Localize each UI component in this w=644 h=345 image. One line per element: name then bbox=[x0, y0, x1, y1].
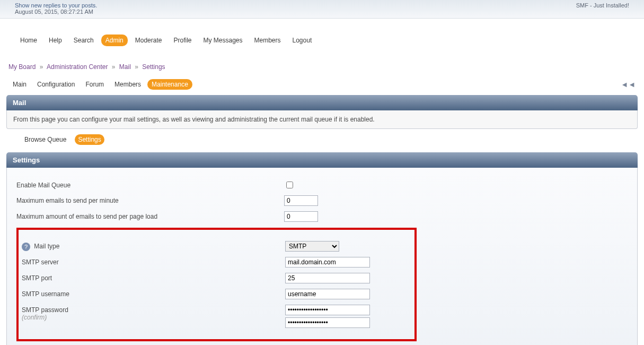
select-mail-type[interactable]: SMTP bbox=[285, 241, 339, 252]
nav-help[interactable]: Help bbox=[45, 34, 66, 46]
crumb-settings[interactable]: Settings bbox=[142, 63, 165, 71]
tab-settings[interactable]: Settings bbox=[75, 134, 104, 145]
nav-admin[interactable]: Admin bbox=[101, 34, 128, 46]
input-smtp-port[interactable] bbox=[285, 273, 370, 283]
input-max-per-minute[interactable] bbox=[284, 195, 318, 206]
label-mail-type: Mail type bbox=[34, 243, 59, 250]
row-smtp-port: SMTP port bbox=[22, 270, 411, 286]
smtp-highlight-box: ? Mail type SMTP SMTP server SMTP port S… bbox=[16, 228, 417, 341]
tab-maintenance[interactable]: Maintenance bbox=[147, 79, 192, 90]
nav-moderate[interactable]: Moderate bbox=[131, 34, 166, 46]
label-smtp-server: SMTP server bbox=[22, 257, 285, 266]
crumb-board[interactable]: My Board bbox=[8, 63, 36, 71]
tab-configuration[interactable]: Configuration bbox=[33, 79, 79, 90]
input-smtp-server[interactable] bbox=[285, 257, 370, 268]
main-menu-bar: Home Help Search Admin Moderate Profile … bbox=[6, 19, 638, 53]
label-smtp-username: SMTP username bbox=[22, 289, 285, 298]
help-icon[interactable]: ? bbox=[22, 243, 30, 251]
mail-section-header: Mail bbox=[6, 95, 638, 110]
collapse-icon[interactable]: ◄◄ bbox=[621, 80, 636, 89]
admin-subtabs: Main Configuration Forum Members Mainten… bbox=[6, 76, 638, 95]
label-confirm: (confirm) bbox=[22, 314, 47, 321]
settings-panel: Enable Mail Queue Maximum emails to send… bbox=[6, 168, 638, 345]
input-smtp-password[interactable] bbox=[285, 305, 370, 315]
row-mail-type: ? Mail type SMTP bbox=[22, 238, 411, 254]
nav-home[interactable]: Home bbox=[16, 34, 41, 46]
current-datetime: August 05, 2015, 08:27:21 AM bbox=[15, 8, 93, 15]
nav-search[interactable]: Search bbox=[69, 34, 98, 46]
label-max-per-page: Maximum amount of emails to send per pag… bbox=[16, 211, 284, 220]
tab-main[interactable]: Main bbox=[8, 79, 31, 90]
input-max-per-page[interactable] bbox=[284, 211, 318, 222]
nav-members[interactable]: Members bbox=[250, 34, 285, 46]
tab-browse-queue[interactable]: Browse Queue bbox=[21, 134, 69, 145]
top-bar: Show new replies to your posts. August 0… bbox=[0, 0, 644, 19]
nav-logout[interactable]: Logout bbox=[288, 34, 316, 46]
mail-inner-tabs: Browse Queue Settings bbox=[6, 129, 638, 152]
row-smtp-username: SMTP username bbox=[22, 286, 411, 302]
settings-section-header: Settings bbox=[6, 152, 638, 168]
new-replies-link[interactable]: Show new replies to your posts. bbox=[15, 2, 97, 8]
row-enable-queue: Enable Mail Queue bbox=[16, 177, 628, 193]
tab-forum[interactable]: Forum bbox=[81, 79, 108, 90]
mail-section-description: From this page you can configure your ma… bbox=[6, 110, 638, 129]
crumb-admin[interactable]: Administration Center bbox=[47, 63, 108, 71]
row-max-per-minute: Maximum emails to send per minute bbox=[16, 193, 628, 209]
input-smtp-username[interactable] bbox=[285, 289, 370, 299]
row-max-per-page: Maximum amount of emails to send per pag… bbox=[16, 209, 628, 225]
row-smtp-password: SMTP password (confirm) bbox=[22, 302, 411, 331]
label-smtp-password: SMTP password bbox=[22, 306, 68, 314]
label-smtp-port: SMTP port bbox=[22, 273, 285, 282]
nav-messages[interactable]: My Messages bbox=[199, 34, 246, 46]
breadcrumb: My Board » Administration Center » Mail … bbox=[6, 53, 638, 76]
tab-members[interactable]: Members bbox=[110, 79, 145, 90]
label-enable-queue: Enable Mail Queue bbox=[16, 180, 284, 189]
row-smtp-server: SMTP server bbox=[22, 254, 411, 270]
crumb-mail[interactable]: Mail bbox=[119, 63, 131, 71]
install-note: SMF - Just Installed! bbox=[576, 2, 629, 8]
input-smtp-password-confirm[interactable] bbox=[285, 317, 370, 328]
checkbox-enable-queue[interactable] bbox=[286, 182, 293, 188]
nav-profile[interactable]: Profile bbox=[169, 34, 196, 46]
label-max-per-minute: Maximum emails to send per minute bbox=[16, 195, 284, 204]
